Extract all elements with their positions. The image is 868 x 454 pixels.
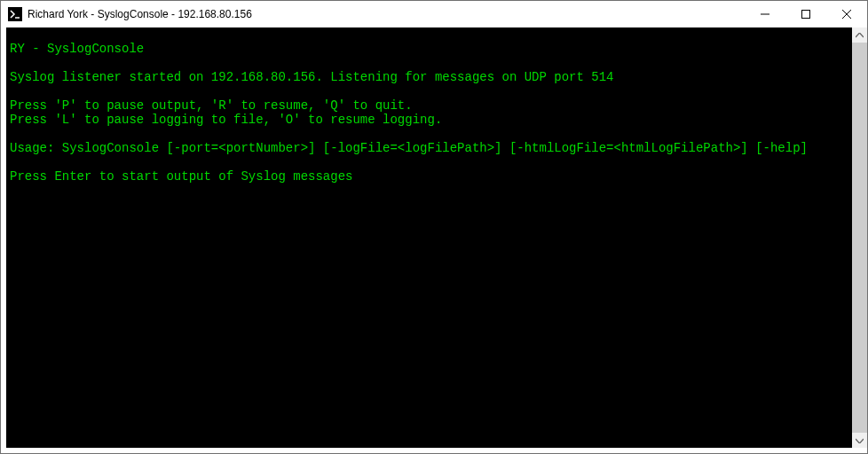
console-line: Usage: SyslogConsole [-port=<portNumber>… (10, 141, 848, 155)
console-line: Press Enter to start output of Syslog me… (10, 169, 848, 184)
scroll-thumb[interactable] (852, 43, 867, 433)
console-line: Press 'P' to pause output, 'R' to resume… (10, 98, 848, 113)
console-cursor-line (10, 184, 848, 198)
console-line (10, 56, 848, 70)
console-line: Syslog listener started on 192.168.80.15… (10, 70, 848, 84)
svg-rect-3 (802, 11, 810, 19)
console-output[interactable]: RY - SyslogConsole Syslog listener start… (6, 27, 852, 448)
window-controls (745, 1, 867, 27)
app-window: Richard York - SyslogConsole - 192.168.8… (0, 0, 868, 454)
scroll-down-button[interactable] (852, 433, 867, 448)
console-app-icon (8, 7, 22, 21)
console-line: Press 'L' to pause logging to file, 'O' … (10, 113, 848, 127)
console-area: RY - SyslogConsole Syslog listener start… (1, 27, 867, 453)
console-line (10, 84, 848, 98)
console-line (10, 155, 848, 169)
cursor-icon (10, 185, 17, 198)
console-line (10, 27, 848, 42)
scroll-up-button[interactable] (852, 27, 867, 43)
console-line (10, 127, 848, 141)
minimize-button[interactable] (745, 1, 785, 27)
vertical-scrollbar[interactable] (852, 27, 867, 448)
titlebar[interactable]: Richard York - SyslogConsole - 192.168.8… (1, 1, 867, 27)
maximize-button[interactable] (785, 1, 826, 27)
close-button[interactable] (826, 1, 867, 27)
console-line: RY - SyslogConsole (10, 42, 848, 56)
scroll-track[interactable] (852, 43, 867, 433)
window-title: Richard York - SyslogConsole - 192.168.8… (28, 8, 745, 20)
